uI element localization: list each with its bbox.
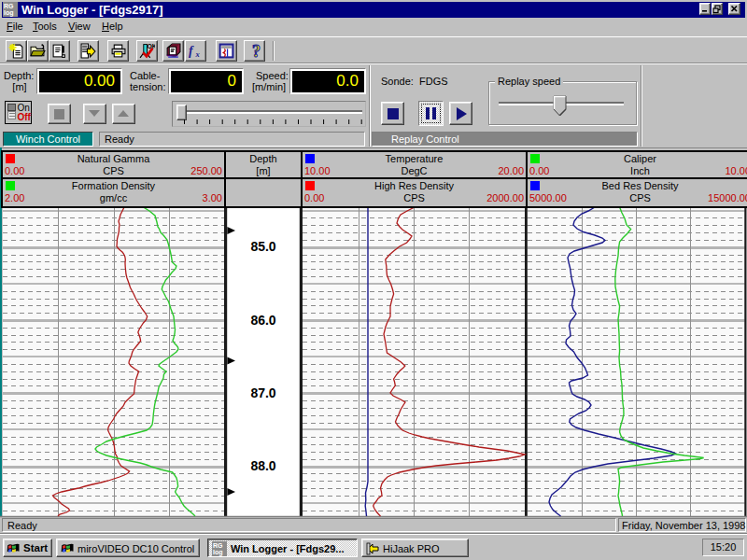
svg-text:f: f xyxy=(189,44,194,58)
svg-text:85.0: 85.0 xyxy=(250,239,275,254)
svg-text:RG: RG xyxy=(4,3,14,9)
svg-text:?: ? xyxy=(253,43,261,59)
svg-text:log: log xyxy=(213,549,223,556)
svg-text:RG: RG xyxy=(213,542,223,549)
svg-text:x: x xyxy=(195,49,201,59)
svg-text:86.0: 86.0 xyxy=(250,313,275,328)
svg-text:87.0: 87.0 xyxy=(250,385,275,400)
svg-text:88.0: 88.0 xyxy=(250,458,275,473)
svg-text:log: log xyxy=(4,9,14,17)
